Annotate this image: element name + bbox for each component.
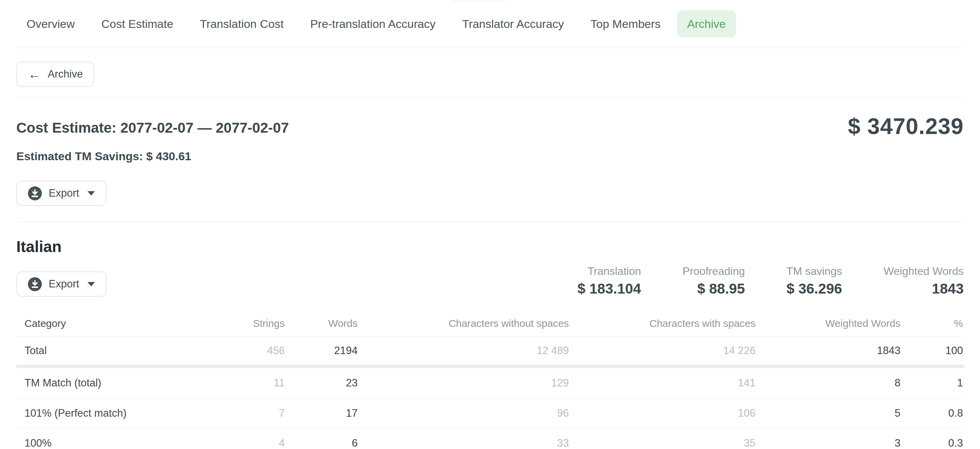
stat-value: 1843 [884, 282, 964, 296]
cell-weighted-words: 1843 [756, 344, 901, 357]
page-title: Cost Estimate: 2077-02-07 — 2077-02-07 [16, 120, 289, 136]
table-row-tm-match-total: TM Match (total)112312914181 [16, 368, 964, 398]
export-button-label: Export [49, 187, 79, 199]
cell-characters-with-spaces: 14 226 [570, 344, 756, 357]
language-export-button[interactable]: Export [16, 271, 107, 297]
cell-characters-without-spaces: 12 489 [358, 344, 570, 357]
cell-strings: 4 [206, 437, 285, 449]
language-header-left: Italian Export [16, 237, 107, 297]
table-row-total: Total456219412 48914 2261843100 [16, 337, 964, 365]
cell-weighted-words: 8 [756, 377, 901, 389]
column-header-category: Category [16, 318, 206, 329]
column-header-: % [901, 318, 964, 329]
cell-words: 2194 [285, 344, 358, 357]
export-button-label: Export [49, 278, 79, 290]
cost-table: CategoryStringsWordsCharacters without s… [16, 310, 964, 449]
stat-label: Weighted Words [884, 265, 964, 278]
row-category: Total [16, 344, 206, 357]
back-button-label: Archive [48, 68, 83, 80]
cell-words: 6 [285, 437, 358, 449]
cell-strings: 7 [206, 407, 285, 419]
download-icon [28, 277, 42, 291]
download-icon [28, 186, 42, 200]
stat-weighted-words: Weighted Words1843 [884, 265, 964, 296]
cell-characters-with-spaces: 106 [570, 407, 756, 419]
caret-down-icon [88, 191, 95, 195]
language-stats: Translation$ 183.104Proofreading$ 88.95T… [578, 265, 964, 297]
stat-label: Translation [578, 265, 641, 278]
stat-value: $ 36.296 [786, 282, 842, 296]
tab-overview[interactable]: Overview [16, 10, 85, 37]
caret-down-icon [88, 282, 95, 286]
cell-weighted-words: 5 [756, 407, 901, 419]
back-to-archive-button[interactable]: ← Archive [16, 62, 94, 87]
tab-top-members[interactable]: Top Members [580, 10, 671, 37]
row-category: 101% (Perfect match) [16, 407, 206, 419]
column-header-characters-with-spaces: Characters with spaces [570, 318, 756, 329]
cell-weighted-words: 3 [756, 437, 901, 449]
table-row-100: 100%46333530.3 [16, 428, 964, 449]
export-button[interactable]: Export [16, 181, 107, 206]
stat-proofreading: Proofreading$ 88.95 [682, 265, 745, 296]
cell-: 0.8 [901, 407, 964, 419]
total-separator-band [16, 365, 964, 368]
cost-estimate-summary: Cost Estimate: 2077-02-07 — 2077-02-07 $… [16, 98, 964, 222]
cell-characters-without-spaces: 33 [358, 437, 570, 449]
language-header: Italian Export Translation$ 183.104Proof… [16, 237, 964, 297]
report-tabs: OverviewCost EstimateTranslation CostPre… [16, 0, 964, 48]
stat-translation: Translation$ 183.104 [578, 265, 641, 296]
table-row-101-perfect-match: 101% (Perfect match)7179610650.8 [16, 398, 964, 428]
arrow-left-icon: ← [28, 68, 41, 81]
cell-characters-without-spaces: 129 [358, 377, 570, 389]
stat-value: $ 88.95 [682, 282, 745, 296]
column-header-words: Words [285, 318, 358, 329]
cell-characters-without-spaces: 96 [358, 407, 570, 419]
tab-cost-estimate[interactable]: Cost Estimate [91, 10, 184, 37]
tab-pre-translation-accuracy[interactable]: Pre-translation Accuracy [300, 10, 446, 37]
cell-characters-with-spaces: 35 [570, 437, 756, 449]
column-header-strings: Strings [206, 318, 285, 329]
tab-translation-cost[interactable]: Translation Cost [189, 10, 294, 37]
cell-: 0.3 [901, 437, 964, 449]
cell-words: 17 [285, 407, 358, 419]
table-header-row: CategoryStringsWordsCharacters without s… [16, 310, 964, 337]
summary-header: Cost Estimate: 2077-02-07 — 2077-02-07 $… [16, 111, 964, 137]
cell-characters-with-spaces: 141 [570, 377, 756, 389]
back-row: ← Archive [16, 48, 964, 98]
stat-label: TM savings [786, 265, 842, 278]
tab-translator-accuracy[interactable]: Translator Accuracy [452, 10, 574, 37]
cell-words: 23 [285, 377, 358, 389]
cell-strings: 11 [206, 377, 285, 389]
stat-tm-savings: TM savings$ 36.296 [786, 265, 842, 296]
cell-strings: 456 [206, 344, 285, 357]
row-category: TM Match (total) [16, 377, 206, 389]
column-header-characters-without-spaces: Characters without spaces [358, 318, 570, 329]
tab-archive[interactable]: Archive [677, 10, 736, 37]
column-header-weighted-words: Weighted Words [756, 318, 901, 329]
cell-: 1 [901, 377, 964, 389]
tm-savings-label: Estimated TM Savings: [16, 150, 143, 163]
language-title: Italian [16, 237, 107, 256]
tm-savings-line: Estimated TM Savings: $ 430.61 [16, 150, 964, 163]
stat-label: Proofreading [682, 265, 745, 278]
top-edge-remnant [453, 0, 506, 2]
stat-value: $ 183.104 [578, 282, 641, 296]
tm-savings-value: $ 430.61 [146, 150, 191, 163]
total-amount: $ 3470.239 [848, 115, 964, 137]
language-section: Italian Export Translation$ 183.104Proof… [16, 222, 964, 449]
reports-page: OverviewCost EstimateTranslation CostPre… [0, 0, 980, 449]
row-category: 100% [16, 437, 206, 449]
cell-: 100 [901, 344, 964, 357]
